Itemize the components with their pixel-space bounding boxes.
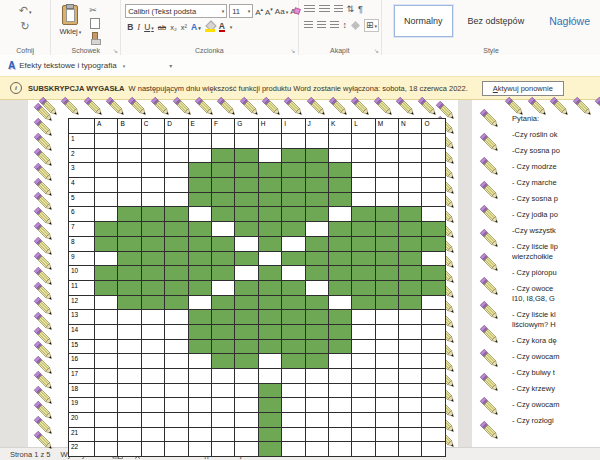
clipboard-dialog-launcher[interactable]: ↘ [113,47,118,54]
grid-cell[interactable] [376,252,399,267]
grid-cell[interactable] [95,178,118,193]
grid-cell[interactable] [165,193,188,208]
grid-cell[interactable] [306,207,329,222]
grid-cell[interactable] [235,354,258,369]
grid-cell[interactable] [376,134,399,149]
grid-cell[interactable] [212,237,235,252]
grid-cell[interactable] [212,296,235,311]
grid-col-header[interactable]: J [306,119,329,134]
grid-corner-cell[interactable] [69,119,95,134]
grid-cell[interactable] [189,252,212,267]
grid-cell[interactable] [118,369,141,384]
grid-col-header[interactable]: O [422,119,445,134]
grid-cell[interactable] [95,428,118,443]
grid-col-header[interactable]: K [329,119,352,134]
grid-cell[interactable] [118,193,141,208]
grid-row-header[interactable]: 16 [69,354,95,369]
grid-cell[interactable] [422,398,445,413]
grid-cell[interactable] [399,442,422,457]
grid-cell[interactable] [165,252,188,267]
grid-cell[interactable] [376,310,399,325]
grid-cell[interactable] [165,178,188,193]
grid-cell[interactable] [306,222,329,237]
grid-cell[interactable] [95,340,118,355]
grid-cell[interactable] [165,428,188,443]
grid-cell[interactable] [399,266,422,281]
grid-cell[interactable] [399,207,422,222]
redo-button[interactable]: ↻ [21,20,30,33]
grid-col-header[interactable]: H [259,119,282,134]
grid-cell[interactable] [282,384,305,399]
strikethrough-button[interactable]: ab [158,23,166,32]
grid-cell[interactable] [306,178,329,193]
grid-cell[interactable] [352,428,375,443]
grid-col-header[interactable]: L [352,119,375,134]
grid-cell[interactable] [118,442,141,457]
clear-formatting-button[interactable]: A [290,7,295,16]
grid-row-header[interactable]: 22 [69,442,95,457]
grid-cell[interactable] [376,413,399,428]
grid-cell[interactable] [282,134,305,149]
grid-cell[interactable] [235,442,258,457]
grid-cell[interactable] [118,163,141,178]
grid-cell[interactable] [399,281,422,296]
grid-cell[interactable] [259,296,282,311]
grid-cell[interactable] [165,281,188,296]
align-right-button[interactable] [330,21,339,30]
grid-cell[interactable] [399,428,422,443]
grid-cell[interactable] [142,193,165,208]
grid-cell[interactable] [422,149,445,164]
grid-cell[interactable] [306,442,329,457]
grow-font-button[interactable]: A▴ [255,6,263,17]
grid-cell[interactable] [399,252,422,267]
grid-cell[interactable] [189,310,212,325]
grid-cell[interactable] [329,325,352,340]
grid-cell[interactable] [306,296,329,311]
grid-cell[interactable] [352,369,375,384]
grid-cell[interactable] [212,413,235,428]
grid-cell[interactable] [422,134,445,149]
grid-cell[interactable] [422,222,445,237]
grid-cell[interactable] [118,384,141,399]
grid-cell[interactable] [422,163,445,178]
grid-cell[interactable] [352,222,375,237]
grid-cell[interactable] [259,369,282,384]
grid-cell[interactable] [95,207,118,222]
grid-cell[interactable] [189,266,212,281]
grid-cell[interactable] [306,134,329,149]
grid-cell[interactable] [329,193,352,208]
grid-cell[interactable] [259,222,282,237]
grid-cell[interactable] [235,237,258,252]
grid-cell[interactable] [142,413,165,428]
grid-cell[interactable] [399,222,422,237]
grid-col-header[interactable]: D [165,119,188,134]
grid-cell[interactable] [329,413,352,428]
grid-col-header[interactable]: A [95,119,118,134]
grid-cell[interactable] [282,207,305,222]
grid-cell[interactable] [142,252,165,267]
grid-cell[interactable] [422,193,445,208]
grid-cell[interactable] [212,134,235,149]
grid-cell[interactable] [95,237,118,252]
grid-cell[interactable] [306,310,329,325]
grid-row-header[interactable]: 5 [69,193,95,208]
grid-cell[interactable] [235,178,258,193]
grid-cell[interactable] [235,296,258,311]
numbering-button[interactable] [319,5,330,14]
grid-cell[interactable] [259,413,282,428]
grid-cell[interactable] [306,281,329,296]
grid-cell[interactable] [352,413,375,428]
grid-cell[interactable] [306,369,329,384]
grid-cell[interactable] [165,296,188,311]
grid-cell[interactable] [142,369,165,384]
grid-row-header[interactable]: 20 [69,413,95,428]
italic-button[interactable]: I [137,22,140,32]
style-normalny[interactable]: Normalny [394,5,453,37]
grid-cell[interactable] [329,310,352,325]
grid-cell[interactable] [118,354,141,369]
grid-cell[interactable] [235,428,258,443]
grid-cell[interactable] [306,428,329,443]
grid-cell[interactable] [306,149,329,164]
grid-cell[interactable] [352,134,375,149]
grid-cell[interactable] [376,149,399,164]
